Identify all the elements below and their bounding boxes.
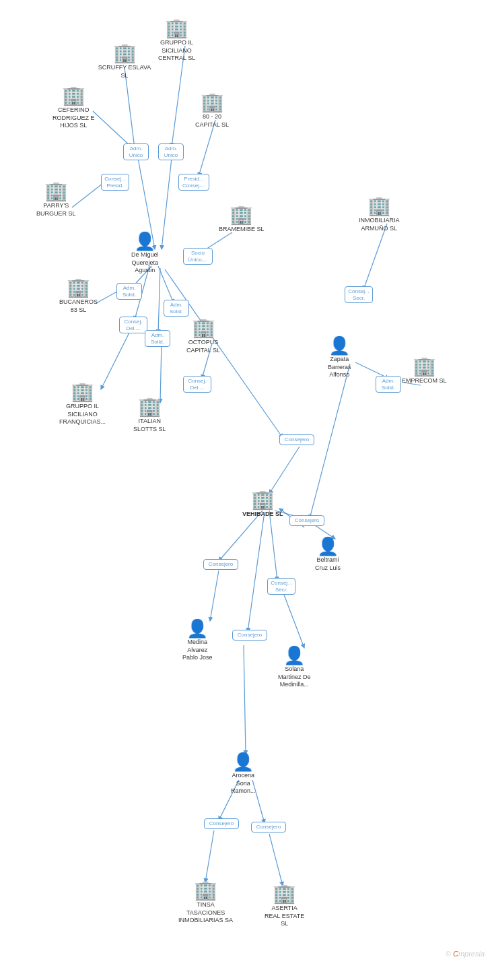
person-icon-arocena: 👤 [232, 753, 254, 771]
node-inmobiliaria: 🏢 INMOBILIARIAARMUÑO SL [359, 197, 400, 232]
svg-line-14 [160, 342, 162, 403]
node-emprecom: 🏢 EMPRECOM SL [402, 357, 447, 385]
badge-adm-unico-2: Adm.Unico [158, 143, 184, 160]
label-solana: SolanaMartinez DeMedinilla... [278, 665, 311, 689]
svg-line-3 [93, 111, 131, 147]
badge-consej-presid: Consej. .Presid. [101, 174, 129, 191]
label-emprecom: EMPRECOM SL [402, 377, 447, 385]
badge-consejero-1: Consejero [279, 434, 314, 445]
svg-line-27 [269, 511, 277, 581]
badge-consejero-2: Consejero [289, 515, 324, 526]
label-bramemibe: BRAMEMIBE SL [219, 226, 265, 234]
label-bucaneros: BUCANEROS83 SL [59, 298, 98, 314]
node-gruppo-siciliano: 🏢 GRUPPO ILSICILIANOCENTRAL SL [158, 19, 195, 63]
badge-adm-solid-3: Adm.Solid. [145, 330, 170, 347]
node-gruppo-franquicias: 🏢 GRUPPO ILSICILIANOFRANQUICIAS... [59, 383, 106, 426]
person-icon-zapata: 👤 [328, 337, 350, 354]
svg-line-7 [162, 158, 172, 249]
building-icon-vehibade: 🏢 [251, 490, 275, 509]
building-icon-italian-slotts: 🏢 [138, 397, 162, 416]
label-medina: MedinaAlvarezPablo Jose [182, 639, 213, 662]
badge-consejero-5: Consejero [204, 818, 239, 829]
badge-socio-unico: SocioÚnico,... [183, 248, 213, 265]
svg-line-16 [363, 224, 387, 290]
person-icon-beltrami: 👤 [317, 537, 339, 555]
node-vehibade: 🏢 VEHIBADE SL [242, 490, 283, 519]
badge-consejero-3: Consejero [203, 559, 238, 570]
building-icon-scruffy: 🏢 [113, 44, 137, 63]
node-parrys: 🏢 PARRY'SBURGUER SL [36, 182, 76, 218]
label-parrys: PARRY'SBURGUER SL [36, 202, 76, 218]
svg-line-11 [158, 266, 174, 303]
label-inmobiliaria: INMOBILIARIAARMUÑO SL [359, 217, 400, 232]
person-icon-solana: 👤 [283, 647, 305, 664]
label-asertia: ASERTIAREAL ESTATESL [265, 905, 304, 928]
svg-line-12 [158, 268, 160, 333]
svg-line-13 [101, 329, 131, 389]
label-tinsa: TINSATASACIONESINMOBILIARIAS SA [178, 901, 233, 925]
badge-consej-secr-1: Consej. .Secr. [345, 286, 373, 303]
badge-consej-del-1: Consej.Del.... [119, 317, 147, 333]
node-capital80: 🏢 80 - 20CAPITAL SL [195, 93, 229, 129]
node-tinsa: 🏢 TINSATASACIONESINMOBILIARIAS SA [178, 881, 233, 925]
svg-line-28 [283, 591, 304, 648]
node-medina: 👤 MedinaAlvarezPablo Jose [182, 620, 213, 662]
badge-consejero-6: Consejero [251, 822, 286, 832]
node-asertia: 🏢 ASERTIAREAL ESTATESL [265, 884, 304, 928]
svg-line-30 [244, 645, 246, 754]
building-icon-inmobiliaria: 🏢 [368, 197, 391, 216]
node-solana: 👤 SolanaMartinez DeMedinilla... [278, 647, 311, 689]
svg-line-26 [210, 570, 219, 621]
label-de-miguel: De MiguelQuerejetaAgustin [131, 251, 159, 275]
node-beltrami: 👤 BeltramiCruz Luis [315, 537, 341, 572]
person-icon-medina: 👤 [186, 620, 208, 637]
svg-line-19 [165, 269, 283, 438]
building-icon-bucaneros: 🏢 [67, 278, 90, 297]
person-icon-de-miguel: 👤 [134, 232, 155, 250]
badge-consej-secr-2: Consej. .Secr. [267, 578, 295, 595]
label-zapata: ZapataBarrerasAlfonso [328, 356, 351, 379]
watermark: © Cmpresia [446, 950, 485, 958]
label-vehibade: VEHIBADE SL [242, 511, 283, 519]
building-icon-gruppo-siciliano: 🏢 [165, 19, 188, 38]
building-icon-capital80: 🏢 [201, 93, 224, 112]
node-bucaneros: 🏢 BUCANEROS83 SL [59, 278, 98, 314]
label-beltrami: BeltramiCruz Luis [315, 556, 341, 572]
badge-adm-unico-1: Adm.Unico [123, 143, 149, 160]
label-octopus: OCTOPUSCAPITAL SL [186, 339, 220, 354]
badge-presid-consej: Presid. .Consej.... [178, 174, 209, 191]
label-gruppo-siciliano: GRUPPO ILSICILIANOCENTRAL SL [158, 39, 195, 63]
badge-consejero-4: Consejero [232, 630, 267, 641]
label-arocena: ArocenaSoriaRamon... [231, 772, 256, 795]
svg-line-21 [310, 364, 350, 519]
node-de-miguel: 👤 De MiguelQuerejetaAgustin [131, 232, 159, 275]
node-scruffy: 🏢 SCRUFFY ESLAVA SL [94, 44, 155, 79]
node-bramemibe: 🏢 BRAMEMIBE SL [219, 205, 265, 234]
svg-line-34 [269, 834, 283, 886]
graph-container: 🏢 SCRUFFY ESLAVA SL 🏢 GRUPPO ILSICILIANO… [0, 0, 490, 963]
building-icon-ceferino: 🏢 [62, 86, 85, 105]
building-icon-asertia: 🏢 [273, 884, 296, 903]
label-scruffy: SCRUFFY ESLAVA SL [94, 64, 155, 79]
building-icon-tinsa: 🏢 [194, 881, 217, 900]
node-octopus: 🏢 OCTOPUSCAPITAL SL [186, 319, 220, 354]
svg-line-29 [248, 512, 265, 632]
building-icon-emprecom: 🏢 [413, 357, 436, 376]
node-ceferino: 🏢 CEFERINORODRIGUEZ EHIJOS SL [53, 86, 95, 130]
node-arocena: 👤 ArocenaSoriaRamon... [231, 753, 256, 795]
badge-consej-del-2: Consej.Del.... [183, 376, 211, 393]
node-italian-slotts: 🏢 ITALIANSLOTTS SL [133, 397, 166, 433]
building-icon-bramemibe: 🏢 [230, 205, 253, 224]
node-zapata: 👤 ZapataBarrerasAlfonso [328, 337, 351, 379]
label-ceferino: CEFERINORODRIGUEZ EHIJOS SL [53, 106, 95, 130]
badge-adm-solid-2: Adm.Solid. [164, 300, 189, 317]
svg-line-20 [269, 447, 300, 494]
badge-adm-solid-1: Adm.Solid. [116, 283, 142, 300]
label-gruppo-franquicias: GRUPPO ILSICILIANOFRANQUICIAS... [59, 403, 106, 426]
svg-line-32 [205, 830, 214, 882]
building-icon-gruppo-franquicias: 🏢 [71, 383, 94, 401]
badge-adm-solid-4: Adm.Solid. [376, 376, 401, 393]
label-italian-slotts: ITALIANSLOTTS SL [133, 418, 166, 433]
label-capital80: 80 - 20CAPITAL SL [195, 113, 229, 129]
building-icon-parrys: 🏢 [44, 182, 68, 201]
